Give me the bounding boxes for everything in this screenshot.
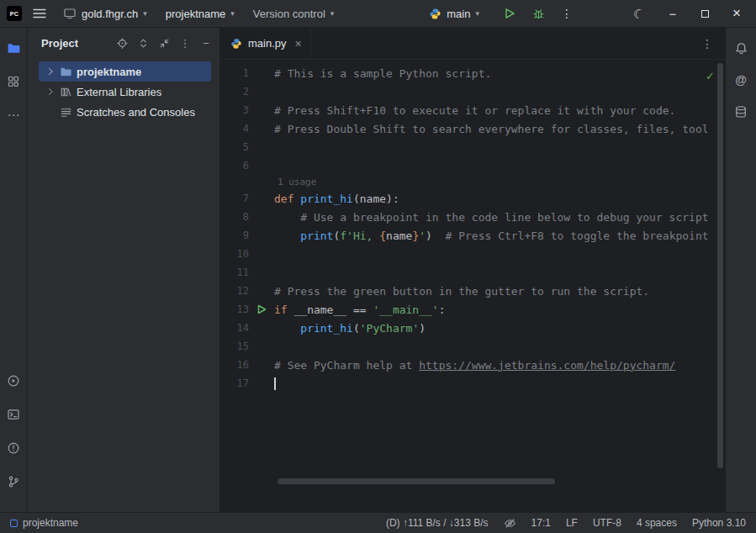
status-project-label: projektname [23, 517, 78, 529]
bell-icon [734, 41, 748, 55]
python-file-icon [230, 38, 242, 50]
code-line[interactable]: 5 [220, 138, 725, 156]
version-control-tool-button[interactable] [2, 470, 25, 493]
code-line[interactable]: 2 [220, 82, 725, 101]
code-line[interactable]: 17 [220, 374, 725, 393]
moon-icon: ☾ [632, 6, 647, 21]
code-line[interactable]: 12# Press the green button in the gutter… [220, 282, 725, 300]
status-project-widget[interactable]: projektname [10, 517, 78, 529]
code-line[interactable]: 8 # Use a breakpoint in the code line be… [220, 208, 725, 226]
encoding-widget[interactable]: UTF-8 [593, 517, 621, 529]
problems-icon [7, 441, 20, 455]
code-line[interactable]: 10 [220, 245, 725, 263]
chevron-down-icon: ▾ [475, 10, 479, 18]
line-number[interactable]: 12 [220, 285, 249, 297]
problems-tool-button[interactable] [2, 436, 25, 460]
line-number[interactable]: 15 [220, 340, 249, 352]
line-number[interactable]: 1 [220, 67, 249, 79]
debug-button[interactable] [527, 3, 549, 24]
caret-position-widget[interactable]: 17:1 [531, 517, 551, 529]
horizontal-scrollbar[interactable] [278, 478, 555, 484]
main-menu-button[interactable] [29, 3, 50, 24]
line-number[interactable]: 14 [220, 322, 249, 334]
code-line[interactable]: 1# This is a sample Python script. [220, 64, 725, 82]
code-line[interactable]: 7def print_hi(name): [220, 189, 725, 208]
folder-icon [59, 65, 72, 78]
line-number[interactable]: 10 [220, 248, 249, 260]
maximize-button[interactable] [692, 3, 717, 24]
code-line[interactable]: 13if __name__ == '__main__': [220, 300, 725, 319]
line-number[interactable]: 5 [220, 141, 249, 153]
database-button[interactable] [729, 100, 753, 124]
line-number[interactable]: 4 [220, 123, 249, 135]
code-line[interactable]: 6 [220, 156, 725, 175]
chevron-right-icon[interactable] [44, 66, 57, 77]
ai-assistant-button[interactable]: @ [729, 68, 753, 92]
line-number[interactable]: 9 [220, 230, 249, 241]
project-status-icon [10, 520, 18, 527]
network-stats-widget[interactable]: (D) ↑111 B/s / ↓313 B/s [386, 517, 489, 529]
usage-inlay-hint[interactable]: 1 usage [220, 175, 725, 189]
run-line-icon[interactable] [257, 304, 267, 314]
tree-item-projektname[interactable]: projektname [39, 61, 211, 82]
title-bar: PC gold.fhgr.ch ▾ projektname ▾ Version … [0, 0, 756, 28]
monitor-icon [63, 7, 77, 20]
chevron-right-icon[interactable] [44, 87, 57, 97]
inspections-ok-icon[interactable]: ✓ [706, 70, 715, 82]
line-number[interactable]: 11 [220, 266, 249, 278]
left-tool-stripe: ⋯ [0, 28, 28, 512]
tree-item-external-libraries[interactable]: External Libraries [39, 82, 211, 102]
project-tool-button[interactable] [2, 36, 25, 60]
run-tool-button[interactable] [2, 369, 25, 393]
vertical-scrollbar[interactable] [717, 63, 723, 468]
structure-tool-button[interactable] [2, 70, 25, 93]
indent-widget[interactable]: 4 spaces [637, 517, 677, 529]
code-line[interactable]: 11 [220, 263, 725, 282]
run-configuration-widget[interactable]: main ▾ [423, 5, 485, 23]
minimize-button[interactable]: − [660, 3, 685, 24]
code-line[interactable]: 15 [220, 337, 725, 356]
line-number[interactable]: 6 [220, 160, 249, 172]
panel-options-icon[interactable]: ⋮ [178, 36, 192, 50]
line-number[interactable]: 8 [220, 211, 249, 223]
run-button[interactable] [499, 3, 521, 24]
close-icon: × [732, 5, 741, 22]
remote-host-widget[interactable]: gold.fhgr.ch ▾ [57, 4, 153, 23]
libraries-icon [59, 85, 72, 98]
hide-toolbar-button[interactable]: ☾ [628, 3, 650, 24]
project-widget[interactable]: projektname ▾ [160, 5, 241, 23]
locate-file-icon[interactable] [115, 36, 129, 50]
highlighting-level-button[interactable] [504, 517, 516, 530]
tab-main-py[interactable]: main.py × [220, 28, 311, 59]
line-number[interactable]: 13 [220, 303, 249, 315]
code-line[interactable]: 14 print_hi('PyCharm') [220, 319, 725, 337]
more-actions-button[interactable]: ⋮ [556, 3, 578, 24]
editor-area: main.py × ⋮ 1# This is a sample Python s… [220, 28, 725, 512]
interpreter-widget[interactable]: Python 3.10 [692, 517, 746, 529]
notifications-button[interactable] [729, 36, 753, 60]
terminal-tool-button[interactable] [2, 403, 25, 426]
tab-options-icon[interactable]: ⋮ [701, 37, 713, 50]
code-line[interactable]: 4# Press Double Shift to search everywhe… [220, 119, 725, 138]
expand-selection-icon[interactable] [136, 36, 150, 50]
line-number[interactable]: 2 [220, 86, 249, 98]
tab-label: main.py [248, 37, 287, 50]
tree-item-scratches[interactable]: Scratches and Consoles [39, 102, 211, 122]
code-editor[interactable]: 1# This is a sample Python script.23# Pr… [220, 60, 725, 393]
code-line[interactable]: 16# See PyCharm help at https://www.jetb… [220, 356, 725, 374]
close-button[interactable]: × [724, 3, 749, 24]
more-tool-windows-button[interactable]: ⋯ [2, 103, 25, 127]
tree-item-label: External Libraries [77, 86, 161, 98]
line-separator-widget[interactable]: LF [566, 517, 578, 529]
hide-panel-icon[interactable]: − [199, 36, 213, 50]
code-line[interactable]: 9 print(f'Hi, {name}') # Press Ctrl+F8 t… [220, 226, 725, 245]
line-number[interactable]: 7 [220, 193, 249, 204]
tab-close-icon[interactable]: × [295, 37, 302, 50]
vcs-widget[interactable]: Version control ▾ [247, 5, 341, 23]
code-line[interactable]: 3# Press Shift+F10 to execute it or repl… [220, 101, 725, 119]
line-number[interactable]: 17 [220, 377, 249, 389]
line-number[interactable]: 16 [220, 359, 249, 371]
line-number[interactable]: 3 [220, 104, 249, 116]
collapse-all-icon[interactable] [157, 36, 171, 50]
eye-slash-icon [504, 517, 516, 530]
